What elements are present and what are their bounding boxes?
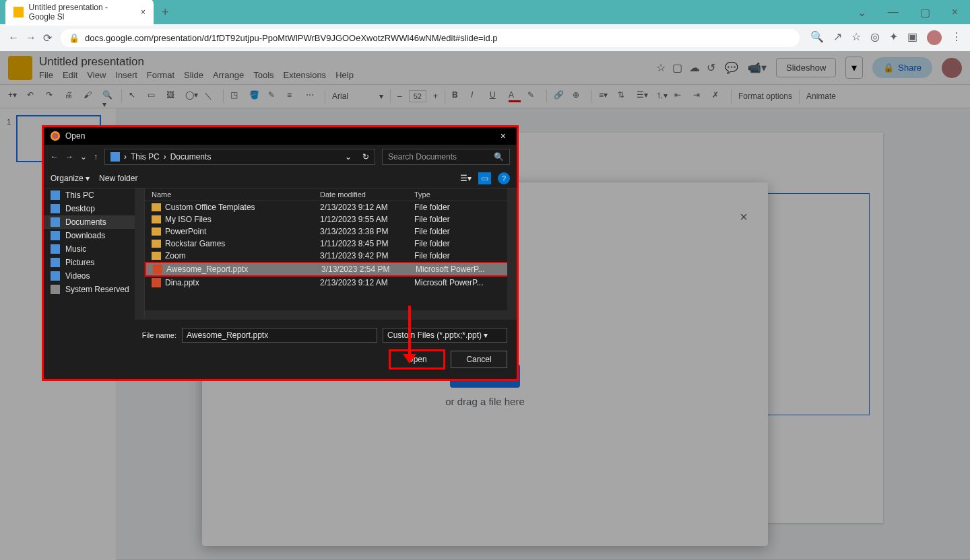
history-icon[interactable]: ↺ — [707, 61, 715, 74]
window-minimize-icon[interactable]: — — [881, 3, 905, 22]
dialog-forward-icon[interactable]: → — [65, 152, 73, 162]
menu-edit[interactable]: Edit — [63, 70, 77, 80]
window-maximize-icon[interactable]: ▢ — [913, 3, 937, 22]
new-folder-button[interactable]: New folder — [99, 174, 137, 183]
border-icon[interactable]: ✎ — [268, 90, 280, 102]
puzzle-icon[interactable]: ✦ — [889, 30, 898, 45]
comment-icon[interactable]: ⊕ — [573, 90, 585, 102]
menu-tools[interactable]: Tools — [253, 70, 273, 80]
file-row[interactable]: Dina.pptx2/13/2023 9:12 AMMicrosoft Powe… — [145, 277, 517, 289]
link-icon[interactable]: 🔗 — [554, 90, 566, 102]
zoom-tool-icon[interactable]: 🔍▾ — [102, 90, 115, 102]
window-close-icon[interactable]: × — [945, 3, 965, 22]
bookmark-icon[interactable]: ☆ — [851, 30, 861, 45]
fill-icon[interactable]: 🪣 — [249, 90, 261, 102]
menu-extensions[interactable]: Extensions — [284, 70, 327, 80]
comments-icon[interactable]: 💬 — [725, 61, 738, 74]
font-size-minus[interactable]: – — [397, 92, 402, 101]
new-tab-button[interactable]: + — [162, 5, 169, 20]
menu-slide[interactable]: Slide — [184, 70, 203, 80]
undo-icon[interactable]: ↶ — [27, 90, 39, 102]
shape-icon[interactable]: ◯▾ — [185, 90, 197, 102]
file-row[interactable]: Zoom3/11/2023 9:42 PMFile folder — [145, 250, 517, 262]
path-segment[interactable]: Documents — [170, 152, 212, 162]
view-icon[interactable]: ☰▾ — [460, 174, 472, 183]
path-refresh-icon[interactable]: ↻ — [362, 152, 369, 162]
sidebar-item-desktop[interactable]: Desktop — [44, 202, 144, 215]
cancel-button[interactable]: Cancel — [451, 351, 507, 368]
file-row[interactable]: Rockstar Games1/11/2023 8:45 PMFile fold… — [145, 238, 517, 250]
path-dropdown-icon[interactable]: ⌄ — [345, 152, 352, 162]
sidebar-item-downloads[interactable]: Downloads — [44, 229, 144, 242]
extension-icon[interactable]: ◎ — [870, 30, 880, 45]
image-icon[interactable]: 🖼 — [166, 90, 179, 102]
font-selector[interactable]: Arial — [332, 92, 373, 101]
nav-forward-icon[interactable]: → — [26, 32, 38, 44]
redo-icon[interactable]: ↷ — [46, 90, 58, 102]
share-button[interactable]: 🔒 Share — [872, 57, 932, 78]
file-row[interactable]: My ISO Files1/12/2023 9:55 AMFile folder — [145, 213, 517, 225]
dialog-search-input[interactable]: Search Documents 🔍 — [382, 149, 510, 165]
move-icon[interactable]: ▢ — [672, 61, 682, 74]
sidebar-item-videos[interactable]: Videos — [44, 269, 144, 283]
clear-format-icon[interactable]: ✗ — [712, 90, 724, 102]
print-icon[interactable]: 🖨 — [65, 90, 77, 102]
user-avatar-icon[interactable] — [942, 58, 962, 78]
slides-logo-icon[interactable] — [8, 56, 32, 80]
preview-icon[interactable]: ▭ — [478, 172, 491, 184]
slideshow-button[interactable]: Slideshow — [776, 58, 836, 77]
star-icon[interactable]: ☆ — [656, 61, 666, 74]
file-columns-header[interactable]: Name Date modified Type — [145, 188, 517, 201]
menu-format[interactable]: Format — [147, 70, 174, 80]
browser-tab[interactable]: Untitled presentation - Google Sl × — [5, 0, 154, 26]
italic-icon[interactable]: I — [471, 90, 483, 102]
cloud-icon[interactable]: ☁ — [689, 61, 700, 74]
font-size-input[interactable]: 52 — [409, 90, 426, 102]
video-icon[interactable]: 📹▾ — [748, 61, 767, 74]
sidebar-item-music[interactable]: Music — [44, 242, 144, 256]
slideshow-dropdown[interactable]: ▾ — [845, 57, 863, 79]
upload-close-icon[interactable]: × — [740, 209, 748, 225]
file-row[interactable]: Custom Office Templates2/13/2023 9:12 AM… — [145, 201, 517, 213]
list-icon[interactable]: ☰▾ — [637, 90, 649, 102]
background-icon[interactable]: ◳ — [230, 90, 243, 102]
sidebar-scrollbar[interactable] — [135, 188, 144, 320]
nav-reload-icon[interactable]: ⟳ — [43, 32, 55, 44]
menu-insert[interactable]: Insert — [115, 70, 137, 80]
border-weight-icon[interactable]: ≡ — [287, 90, 299, 102]
open-button[interactable]: Open — [389, 349, 445, 370]
dialog-back-icon[interactable]: ← — [51, 152, 59, 162]
line-spacing-icon[interactable]: ⇅ — [618, 90, 630, 102]
files-scrollbar-h[interactable] — [145, 310, 507, 320]
textbox-icon[interactable]: ▭ — [148, 90, 160, 102]
align-icon[interactable]: ≡▾ — [599, 90, 611, 102]
bold-icon[interactable]: B — [452, 90, 464, 102]
menu-arrange[interactable]: Arrange — [213, 70, 244, 80]
organize-button[interactable]: Organize ▾ — [51, 174, 90, 183]
dialog-close-icon[interactable]: × — [496, 131, 510, 141]
cursor-icon[interactable]: ↖ — [129, 90, 141, 102]
filename-input[interactable] — [182, 328, 377, 343]
menu-view[interactable]: View — [87, 70, 106, 80]
dialog-path-input[interactable]: › This PC › Documents ⌄ ↻ — [104, 149, 375, 165]
sidebar-item-this-pc[interactable]: This PC — [44, 188, 144, 202]
file-filter-dropdown[interactable]: Custom Files (*.pptx;*.ppt) ▾ — [383, 328, 507, 343]
format-options-button[interactable]: Format options — [738, 92, 792, 101]
zoom-icon[interactable]: 🔍 — [810, 30, 824, 45]
animate-button[interactable]: Animate — [806, 92, 836, 101]
dialog-recent-icon[interactable]: ⌄ — [80, 152, 87, 162]
window-dropdown-icon[interactable]: ⌄ — [851, 3, 873, 22]
file-row[interactable]: Awesome_Report.pptx3/13/2023 2:54 PMMicr… — [145, 262, 517, 277]
sidebar-item-documents[interactable]: Documents — [44, 215, 144, 229]
profile-avatar-icon[interactable] — [927, 30, 942, 45]
menu-help[interactable]: Help — [335, 70, 354, 80]
border-dash-icon[interactable]: ⋯ — [306, 90, 318, 102]
new-slide-icon[interactable]: +▾ — [8, 90, 20, 102]
sidebar-item-pictures[interactable]: Pictures — [44, 256, 144, 269]
tab-close-icon[interactable]: × — [141, 7, 146, 17]
text-color-icon[interactable]: A — [509, 90, 521, 102]
browser-menu-icon[interactable]: ⋮ — [951, 30, 962, 45]
numbered-list-icon[interactable]: ⒈▾ — [655, 90, 668, 102]
path-segment[interactable]: This PC — [131, 152, 160, 162]
indent-inc-icon[interactable]: ⇥ — [693, 90, 705, 102]
